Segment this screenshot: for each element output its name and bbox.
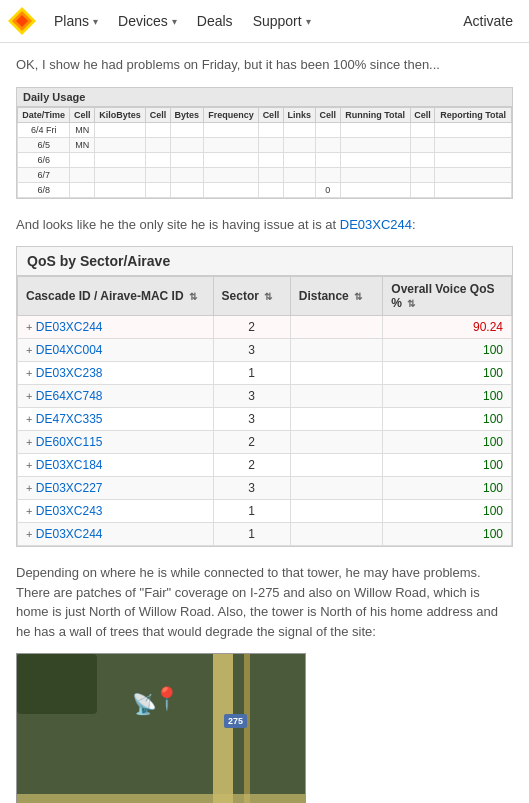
- col-running: Running Total: [340, 107, 410, 122]
- qos-value-green[interactable]: 100: [483, 435, 503, 449]
- col-links: Links: [283, 107, 315, 122]
- qos-value-green[interactable]: 100: [483, 389, 503, 403]
- expand-button[interactable]: +: [26, 413, 32, 425]
- cascade-id-link[interactable]: DE03XC184: [36, 458, 103, 472]
- expand-button[interactable]: +: [26, 344, 32, 356]
- qos-cell: 100: [383, 454, 512, 477]
- nav-activate[interactable]: Activate: [455, 13, 521, 29]
- expand-button[interactable]: +: [26, 482, 32, 494]
- col-cell1: Cell: [70, 107, 95, 122]
- col-voice-qos: Overall Voice QoS % ⇅: [383, 277, 512, 316]
- cascade-id-link[interactable]: DE04XC004: [36, 343, 103, 357]
- sort-icon[interactable]: ⇅: [354, 291, 362, 302]
- expand-button[interactable]: +: [26, 505, 32, 517]
- sector-cell: 3: [213, 477, 290, 500]
- col-kb: KiloBytes: [95, 107, 146, 122]
- distance-cell: [290, 385, 383, 408]
- sort-icon[interactable]: ⇅: [264, 291, 272, 302]
- nav-devices[interactable]: Devices ▾: [108, 0, 187, 42]
- sector-cell: 1: [213, 500, 290, 523]
- qos-cell: 100: [383, 408, 512, 431]
- table-row: + DE04XC0043100: [18, 339, 512, 362]
- col-cell2: Cell: [146, 107, 171, 122]
- qos-cell: 100: [383, 431, 512, 454]
- navigation: Plans ▾ Devices ▾ Deals Support ▾ Activa…: [0, 0, 529, 43]
- sector-cell: 2: [213, 431, 290, 454]
- sector-cell: 2: [213, 316, 290, 339]
- plans-chevron-icon: ▾: [93, 16, 98, 27]
- cascade-id-link[interactable]: DE03XC244: [36, 527, 103, 541]
- daily-usage-table: Date/Time Cell KiloBytes Cell Bytes Freq…: [17, 107, 512, 198]
- table-row: 6/5MN: [18, 137, 512, 152]
- table-row: + DE47XC3353100: [18, 408, 512, 431]
- sector-cell: 1: [213, 523, 290, 546]
- nav-support[interactable]: Support ▾: [243, 0, 321, 42]
- distance-cell: [290, 362, 383, 385]
- cascade-id-link[interactable]: DE64XC748: [36, 389, 103, 403]
- expand-button[interactable]: +: [26, 321, 32, 333]
- sort-icon[interactable]: ⇅: [189, 291, 197, 302]
- cascade-id-link[interactable]: DE03XC243: [36, 504, 103, 518]
- qos-cell: 100: [383, 362, 512, 385]
- site-link[interactable]: DE03XC244: [340, 217, 412, 232]
- nav-plans[interactable]: Plans ▾: [44, 0, 108, 42]
- qos-value-green[interactable]: 100: [483, 343, 503, 357]
- table-row: 6/7: [18, 167, 512, 182]
- qos-cell: 100: [383, 385, 512, 408]
- cascade-id-link[interactable]: DE03XC238: [36, 366, 103, 380]
- qos-value-green[interactable]: 100: [483, 412, 503, 426]
- col-cell3: Cell: [259, 107, 284, 122]
- qos-value-green[interactable]: 100: [483, 458, 503, 472]
- daily-usage-title: Daily Usage: [17, 88, 512, 107]
- qos-value-green[interactable]: 100: [483, 481, 503, 495]
- qos-title: QoS by Sector/Airave: [17, 247, 512, 276]
- main-content: OK, I show he had problems on Friday, bu…: [0, 43, 529, 803]
- qos-value-red[interactable]: 90.24: [473, 320, 503, 334]
- distance-cell: [290, 500, 383, 523]
- brand-logo: [8, 7, 36, 35]
- qos-cell: 100: [383, 500, 512, 523]
- support-chevron-icon: ▾: [306, 16, 311, 27]
- qos-value-green[interactable]: 100: [483, 527, 503, 541]
- col-freq: Frequency: [203, 107, 258, 122]
- col-cell4: Cell: [315, 107, 340, 122]
- col-sector: Sector ⇅: [213, 277, 290, 316]
- expand-button[interactable]: +: [26, 528, 32, 540]
- coverage-paragraph: Depending on where he is while connected…: [16, 563, 513, 641]
- site-paragraph: And looks like he the only site he is ha…: [16, 215, 513, 235]
- cascade-id-link[interactable]: DE47XC335: [36, 412, 103, 426]
- cascade-id-link[interactable]: DE03XC244: [36, 320, 103, 334]
- table-row: 6/4 FriMN: [18, 122, 512, 137]
- nav-deals[interactable]: Deals: [187, 0, 243, 42]
- qos-value-green[interactable]: 100: [483, 366, 503, 380]
- expand-button[interactable]: +: [26, 436, 32, 448]
- tree-area-1: [17, 654, 97, 714]
- intro-paragraph: OK, I show he had problems on Friday, bu…: [16, 55, 513, 75]
- cascade-id-link[interactable]: DE03XC227: [36, 481, 103, 495]
- sector-cell: 2: [213, 454, 290, 477]
- map-image: 275 275 📡 📍 San Francisco Ct So Mound Ct: [16, 653, 306, 803]
- table-row: + DE03XC2381100: [18, 362, 512, 385]
- qos-cell: 90.24: [383, 316, 512, 339]
- distance-cell: [290, 477, 383, 500]
- table-row: + DE03XC2273100: [18, 477, 512, 500]
- col-bytes: Bytes: [170, 107, 203, 122]
- col-reporting: Reporting Total: [435, 107, 512, 122]
- table-row: + DE03XC2441100: [18, 523, 512, 546]
- sector-cell: 1: [213, 362, 290, 385]
- sector-cell: 3: [213, 385, 290, 408]
- location-pin: 📍: [153, 686, 180, 712]
- distance-cell: [290, 431, 383, 454]
- expand-button[interactable]: +: [26, 459, 32, 471]
- table-row: + DE03XC2431100: [18, 500, 512, 523]
- qos-value-green[interactable]: 100: [483, 504, 503, 518]
- cascade-id-link[interactable]: DE60XC115: [36, 435, 103, 449]
- qos-table: Cascade ID / Airave-MAC ID ⇅ Sector ⇅ Di…: [17, 276, 512, 546]
- expand-button[interactable]: +: [26, 367, 32, 379]
- table-row: + DE03XC1842100: [18, 454, 512, 477]
- sort-icon[interactable]: ⇅: [407, 298, 415, 309]
- col-cell5: Cell: [410, 107, 435, 122]
- table-row: + DE60XC1152100: [18, 431, 512, 454]
- expand-button[interactable]: +: [26, 390, 32, 402]
- road-horizontal: [17, 794, 305, 803]
